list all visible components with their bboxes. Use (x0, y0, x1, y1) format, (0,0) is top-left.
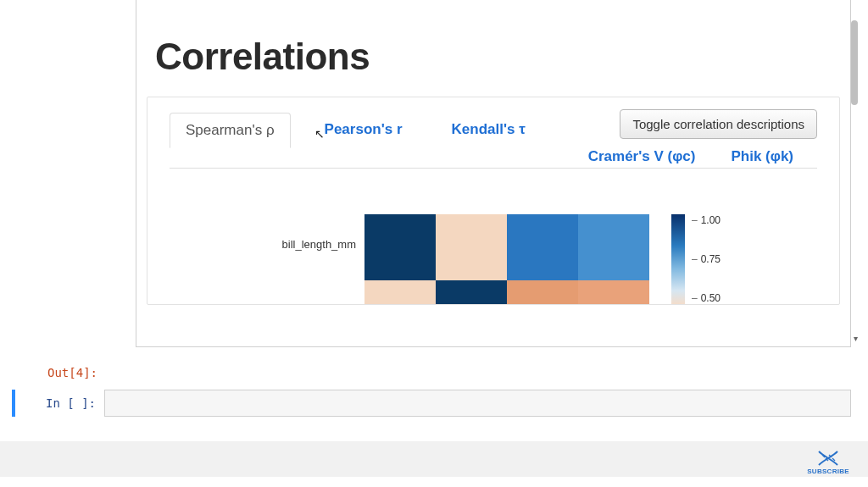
output-cell: Correlations Spearman's ρ Pearson's r Ke… (136, 0, 851, 347)
input-cell: In [ ]: (12, 390, 851, 417)
heatmap-cell (507, 280, 578, 304)
colorbar-gradient (671, 214, 685, 304)
code-input[interactable] (104, 390, 851, 417)
colorbar-ticks: 1.00 0.75 0.50 (692, 214, 721, 304)
correlation-tabs-row2: Cramér's V (φc) Phik (φk) (170, 145, 817, 169)
dna-icon (817, 450, 839, 467)
tabs-underline (170, 168, 817, 169)
correlations-panel: Spearman's ρ Pearson's r Kendall's τ Cra… (147, 97, 840, 305)
toggle-descriptions-button[interactable]: Toggle correlation descriptions (620, 109, 817, 139)
colorbar-tick: 1.00 (692, 214, 721, 226)
heatmap-cell (436, 214, 507, 280)
tab-pearson[interactable]: Pearson's r (309, 113, 418, 147)
colorbar: 1.00 0.75 0.50 (671, 214, 721, 304)
heatmap-container: bill_length_mm (280, 214, 817, 304)
output-prompt: Out[4]: (47, 366, 97, 379)
page-bottom-strip (0, 441, 868, 477)
heatmap-row-1 (364, 280, 649, 304)
notebook-root: Correlations Spearman's ρ Pearson's r Ke… (0, 0, 868, 487)
subscribe-badge[interactable]: SUBSCRIBE (807, 450, 849, 475)
heatmap-cell (578, 280, 649, 304)
correlations-heading: Correlations (155, 36, 850, 78)
tab-kendall[interactable]: Kendall's τ (437, 113, 541, 147)
heatmap-cell (364, 214, 436, 280)
colorbar-tick: 0.50 (692, 292, 721, 304)
heatmap-row-label: bill_length_mm (280, 214, 364, 251)
subscribe-label: SUBSCRIBE (807, 468, 849, 475)
heatmap-grid (364, 214, 649, 304)
scroll-down-icon[interactable]: ▾ (854, 334, 858, 343)
tab-phik[interactable]: Phik (φk) (724, 145, 800, 169)
tab-cramers[interactable]: Cramér's V (φc) (581, 145, 703, 169)
heatmap-cell (364, 280, 436, 304)
colorbar-tick: 0.75 (692, 253, 721, 265)
input-prompt: In [ ]: (15, 390, 104, 417)
scrollbar-thumb[interactable] (851, 20, 858, 105)
heatmap-cell (578, 214, 649, 280)
heatmap-row-0 (364, 214, 649, 280)
heatmap-cell (507, 214, 578, 280)
heatmap-cell (436, 280, 507, 304)
tab-spearman[interactable]: Spearman's ρ (170, 113, 291, 148)
